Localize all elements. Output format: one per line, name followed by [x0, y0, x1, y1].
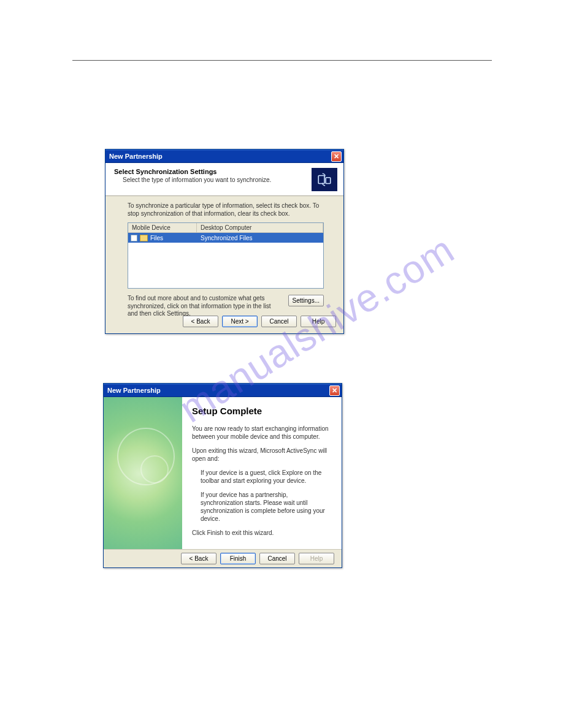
setup-complete-heading: Setup Complete: [192, 406, 332, 416]
divider-line: [72, 60, 492, 61]
column-desktop-computer[interactable]: Desktop Computer: [197, 223, 323, 232]
titlebar[interactable]: New Partnership ✕: [104, 384, 342, 397]
dialog-body: To synchronize a particular type of info…: [105, 196, 343, 320]
setup-complete-dialog: New Partnership ✕ Setup Complete You are…: [103, 383, 342, 568]
para-ready: You are now ready to start exchanging in…: [192, 425, 332, 441]
folder-icon: [140, 235, 148, 241]
wizard-side-graphic: [104, 397, 182, 550]
dialog-header: Select Synchronization Settings Select t…: [105, 163, 343, 196]
svg-rect-1: [326, 178, 331, 184]
close-icon[interactable]: ✕: [331, 151, 342, 162]
svg-rect-0: [318, 176, 324, 184]
wizard-buttons: < Back Finish Cancel Help: [104, 549, 342, 567]
list-item-files[interactable]: Files Synchronized Files: [128, 233, 323, 243]
next-button[interactable]: Next >: [222, 316, 258, 327]
bullet-partnership: If your device has a partnership, synchr…: [192, 491, 332, 523]
back-button[interactable]: < Back: [183, 316, 218, 327]
settings-button[interactable]: Settings...: [288, 295, 324, 306]
close-icon[interactable]: ✕: [329, 385, 340, 396]
sync-settings-dialog: New Partnership ✕ Select Synchronization…: [105, 149, 344, 334]
bullet-guest: If your device is a guest, click Explore…: [192, 469, 332, 485]
para-finish: Click Finish to exit this wizard.: [192, 529, 332, 537]
header-headline: Select Synchronization Settings: [114, 168, 271, 175]
header-sub: Select the type of information you want …: [114, 176, 271, 183]
sync-icon: [312, 168, 337, 191]
help-button[interactable]: Help: [301, 316, 336, 327]
titlebar[interactable]: New Partnership ✕: [105, 150, 343, 163]
back-button[interactable]: < Back: [181, 553, 216, 564]
finish-button[interactable]: Finish: [220, 553, 256, 564]
settings-help-text: To find out more about and to customize …: [128, 295, 274, 318]
para-exit: Upon exiting this wizard, Microsoft Acti…: [192, 447, 332, 463]
wizard-buttons: < Back Next > Cancel Help: [183, 316, 336, 327]
sync-listbox[interactable]: Mobile Device Desktop Computer Files Syn…: [128, 222, 324, 289]
cancel-button[interactable]: Cancel: [261, 316, 297, 327]
title-text: New Partnership: [107, 387, 161, 394]
cancel-button[interactable]: Cancel: [259, 553, 295, 564]
help-button: Help: [299, 553, 334, 564]
item-target: Synchronized Files: [197, 235, 323, 241]
list-header: Mobile Device Desktop Computer: [128, 223, 323, 233]
instructions-text: To synchronize a particular type of info…: [128, 202, 329, 218]
dialog-body: Setup Complete You are now ready to star…: [104, 397, 342, 550]
item-name: Files: [150, 235, 163, 241]
checkbox-files[interactable]: [131, 235, 137, 241]
column-mobile-device[interactable]: Mobile Device: [128, 223, 197, 232]
title-text: New Partnership: [109, 153, 163, 160]
